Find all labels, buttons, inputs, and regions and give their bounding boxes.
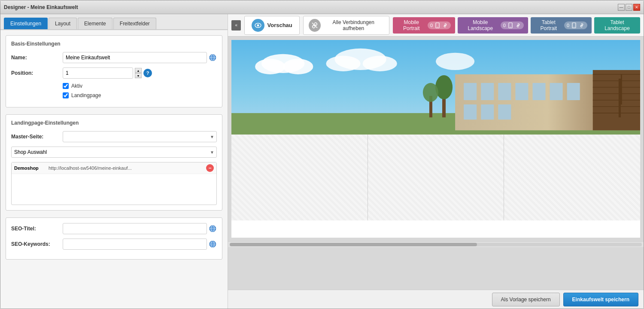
spinner-down-button[interactable]: ▼ <box>135 73 142 78</box>
basis-einstellungen-section: Basis-Einstellungen Name: <box>6 35 222 107</box>
aktiv-checkbox[interactable] <box>63 83 69 89</box>
horizontal-scrollbar[interactable] <box>228 241 644 247</box>
landingpage-section-title: Landingpage-Einstellungen <box>11 120 217 126</box>
mobile-portrait-label: Mobile Portrait <box>397 19 426 31</box>
spinner-up-button[interactable]: ▲ <box>135 68 142 73</box>
seo-titel-globe-icon <box>209 224 217 233</box>
main-content: Einstellungen Layout Elemente Freitextfe… <box>0 14 644 309</box>
scrollbar-thumb <box>230 243 477 246</box>
preview-label: Vorschau <box>267 22 292 28</box>
name-label: Name: <box>11 55 63 61</box>
seo-keywords-wrap <box>63 239 217 250</box>
right-panel: « Vorschau <box>228 14 644 309</box>
mobile-portrait-count: 0 <box>430 23 433 28</box>
shop-item-url: http://localhost-sw5406/meine-einkauf... <box>49 165 206 171</box>
position-input-wrap: ▲ ▼ <box>63 67 142 79</box>
help-icon[interactable]: ? <box>143 69 152 77</box>
mobile-landscape-label: Mobile Landscape <box>462 19 499 31</box>
scrollbar-track <box>230 243 642 246</box>
svg-rect-39 <box>550 83 563 100</box>
seo-keywords-row: SEO-Keywords: <box>11 239 217 250</box>
save-template-button[interactable]: Als Vorlage speichern <box>492 293 560 306</box>
seo-section: SEO-Titel: <box>6 217 222 260</box>
disconnect-label: Alle Verbindungen aufheben <box>323 19 384 31</box>
preview-button[interactable]: Vorschau <box>244 16 299 35</box>
eye-icon <box>252 19 264 32</box>
disconnect-button[interactable]: Alle Verbindungen aufheben <box>303 16 389 35</box>
main-window: Designer - Meine Einkaufswelt — □ ✕ Eins… <box>0 0 644 309</box>
window-title: Designer - Meine Einkaufswelt <box>4 4 78 10</box>
position-input[interactable] <box>63 67 133 79</box>
tab-freitextfelder[interactable]: Freitextfelder <box>113 18 156 29</box>
landingpage-row: Landingpage <box>63 92 217 98</box>
shop-item-remove-button[interactable]: − <box>206 164 214 172</box>
tab-layout[interactable]: Layout <box>49 18 77 29</box>
master-select-wrap: ▼ <box>63 131 217 142</box>
window-controls: — □ ✕ <box>618 4 640 11</box>
svg-point-27 <box>283 59 313 74</box>
svg-point-31 <box>436 53 474 70</box>
tablet-portrait-button[interactable]: Tablet Portrait 0 <box>531 17 592 34</box>
seo-titel-row: SEO-Titel: <box>11 223 217 234</box>
grid-section <box>231 135 640 220</box>
minimize-button[interactable]: — <box>618 4 625 11</box>
mobile-portrait-edit-icon <box>434 22 440 28</box>
mobile-portrait-badge: 0 <box>428 21 451 29</box>
spinner-buttons: ▲ ▼ <box>135 68 142 78</box>
grid-cell-1 <box>231 135 368 220</box>
hero-svg <box>231 40 640 135</box>
master-seite-select[interactable] <box>63 131 217 142</box>
name-input[interactable] <box>63 52 207 63</box>
shop-auswahl-select[interactable]: Shop Auswahl <box>11 147 217 158</box>
name-control-wrap <box>63 52 217 63</box>
mobile-landscape-edit-icon <box>507 22 513 28</box>
mobile-portrait-link-icon <box>442 22 448 28</box>
svg-rect-56 <box>619 79 621 117</box>
svg-rect-43 <box>498 104 511 119</box>
tab-einstellungen[interactable]: Einstellungen <box>4 18 48 29</box>
canvas-inner <box>231 40 640 238</box>
link-icon <box>309 19 321 32</box>
seo-keywords-input[interactable] <box>63 239 207 250</box>
svg-point-16 <box>257 24 259 26</box>
master-seite-row: Master-Seite: ▼ <box>11 131 217 142</box>
svg-point-47 <box>423 83 438 102</box>
landingpage-checkbox[interactable] <box>63 92 69 98</box>
svg-rect-57 <box>621 74 622 104</box>
svg-rect-36 <box>498 83 511 100</box>
tablet-portrait-badge: 0 <box>564 21 587 29</box>
toolbar: « Vorschau <box>228 14 644 37</box>
mobile-landscape-count: 0 <box>503 23 506 28</box>
mobile-landscape-badge: 0 <box>501 21 524 29</box>
canvas-area[interactable] <box>228 37 644 290</box>
position-label: Position: <box>11 70 63 76</box>
mobile-landscape-link-icon <box>515 22 521 28</box>
tablet-portrait-count: 0 <box>567 23 569 28</box>
shop-auswahl-row: Shop Auswahl ▼ <box>11 147 217 158</box>
position-row: Position: ▲ ▼ ? <box>11 67 217 79</box>
svg-point-23 <box>574 27 574 28</box>
svg-rect-37 <box>515 83 528 100</box>
maximize-button[interactable]: □ <box>626 4 632 11</box>
svg-point-30 <box>363 56 397 71</box>
svg-rect-38 <box>532 83 545 100</box>
mobile-landscape-button[interactable]: Mobile Landscape 0 <box>458 17 528 34</box>
basis-section-title: Basis-Einstellungen <box>11 41 217 47</box>
tablet-landscape-button[interactable]: Tablet Landscape <box>594 17 640 34</box>
mobile-portrait-button[interactable]: Mobile Portrait 0 <box>393 17 455 34</box>
bottom-bar: Als Vorlage speichern Einkaufswelt speic… <box>228 290 644 309</box>
close-button[interactable]: ✕ <box>633 4 640 11</box>
seo-titel-input[interactable] <box>63 223 207 234</box>
landingpage-section: Landingpage-Einstellungen Master-Seite: … <box>6 114 222 211</box>
master-control-wrap: ▼ <box>63 131 217 142</box>
collapse-panel-button[interactable]: « <box>231 20 241 31</box>
seo-titel-label: SEO-Titel: <box>11 226 63 232</box>
master-seite-label: Master-Seite: <box>11 134 63 140</box>
left-panel-body: Basis-Einstellungen Name: <box>0 30 228 309</box>
grid-cell-3 <box>504 135 640 220</box>
save-main-button[interactable]: Einkaufswelt speichern <box>563 293 638 306</box>
left-panel: Einstellungen Layout Elemente Freitextfe… <box>0 14 228 309</box>
tab-elemente[interactable]: Elemente <box>78 18 112 29</box>
name-globe-icon <box>209 53 217 62</box>
tablet-portrait-link-icon <box>579 22 585 28</box>
